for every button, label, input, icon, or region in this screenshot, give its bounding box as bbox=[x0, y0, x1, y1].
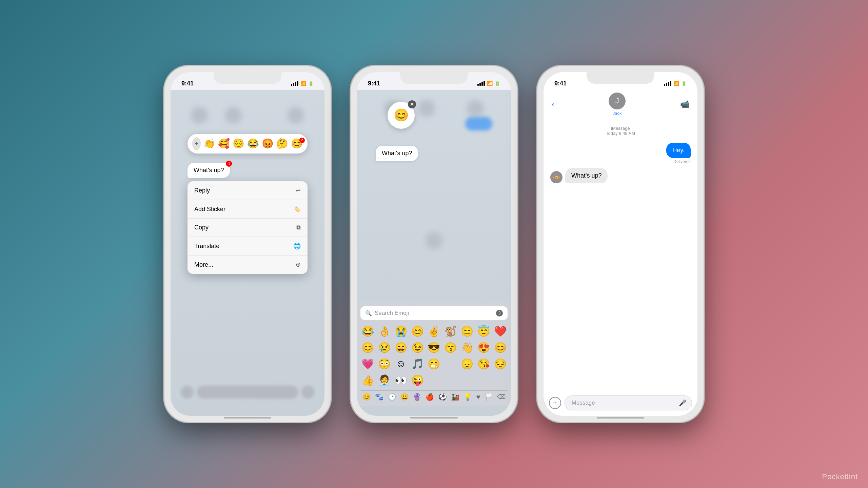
reaction-smile[interactable]: 😊2 bbox=[291, 139, 303, 148]
phone-2-screen: 9:41 📶 🔋 😊 ✕ bbox=[357, 72, 511, 416]
reaction-laugh[interactable]: 😂 bbox=[247, 139, 259, 148]
emoji-13[interactable]: 😉 bbox=[410, 340, 425, 354]
emoji-23[interactable]: 😁 bbox=[427, 357, 441, 371]
back-button[interactable]: ‹ bbox=[552, 100, 554, 109]
reaction-heart-eyes[interactable]: 🥰 bbox=[218, 139, 230, 148]
context-more[interactable]: More... ⊕ bbox=[188, 256, 308, 274]
cat-objects[interactable]: 💡 bbox=[463, 393, 472, 401]
emoji-19[interactable]: 💗 bbox=[360, 357, 375, 371]
emoji-28[interactable]: 👍 bbox=[360, 373, 375, 387]
emoji-14[interactable]: 😎 bbox=[427, 340, 441, 354]
emoji-30[interactable]: 👀 bbox=[394, 373, 408, 387]
reactions-bar[interactable]: + 👏 🥰 😔 😂 😡 🤔 😊2 bbox=[188, 134, 308, 154]
battery-icon-3: 🔋 bbox=[681, 81, 687, 86]
emoji-12[interactable]: 😄 bbox=[394, 340, 408, 354]
video-call-button[interactable]: 📹 bbox=[680, 100, 689, 109]
reaction-badge: 2 bbox=[299, 138, 305, 143]
emoji-9[interactable]: ❤️ bbox=[493, 324, 508, 338]
cat-smileys[interactable]: 😀 bbox=[400, 393, 409, 401]
wifi-icon-1: 📶 bbox=[300, 81, 306, 86]
emoji-search-badge: 3 bbox=[496, 310, 503, 317]
phone1-bg: + 👏 🥰 😔 😂 😡 🤔 😊2 What's up? 1 Reply ↩ bbox=[171, 90, 324, 416]
notch-2 bbox=[400, 72, 468, 84]
cat-recent[interactable]: 🕐 bbox=[388, 393, 396, 401]
cat-smiley[interactable]: 😊 bbox=[362, 393, 371, 401]
reaction-plus-btn[interactable]: + bbox=[192, 137, 201, 150]
cat-animals[interactable]: 🐾 bbox=[375, 393, 383, 401]
translate-icon: 🌐 bbox=[293, 242, 301, 250]
context-menu: Reply ↩ Add Sticker 🏷️ Copy ⧉ Translate … bbox=[188, 181, 308, 274]
context-translate[interactable]: Translate 🌐 bbox=[188, 237, 308, 256]
emoji-picker-close-btn[interactable]: ✕ bbox=[408, 100, 416, 108]
emoji-27[interactable]: 😔 bbox=[493, 357, 508, 371]
cat-activities[interactable]: 🔮 bbox=[413, 393, 421, 401]
emoji-10[interactable]: 😊 bbox=[360, 340, 375, 354]
emoji-floating-picker: 😊 ✕ bbox=[388, 102, 415, 129]
more-icon: ⊕ bbox=[296, 261, 301, 268]
blurred-avatar-3 bbox=[287, 107, 304, 124]
emoji-24[interactable] bbox=[443, 357, 458, 371]
context-reply-label: Reply bbox=[194, 187, 210, 194]
emoji-17[interactable]: 😍 bbox=[476, 340, 491, 354]
emoji-5[interactable]: ✌️ bbox=[427, 324, 441, 338]
contact-info[interactable]: J Jack bbox=[609, 93, 626, 116]
reaction-clap[interactable]: 👏 bbox=[203, 139, 215, 148]
emoji-26[interactable]: 😘 bbox=[476, 357, 491, 371]
delivered-status: Delivered bbox=[673, 159, 691, 164]
emoji-18[interactable]: 😊 bbox=[493, 340, 508, 354]
imessage-input-field[interactable]: iMessage 🎤 bbox=[565, 395, 692, 410]
emoji-search-bar[interactable]: 🔍 Search Emoji 3 bbox=[360, 306, 508, 320]
emoji-21[interactable]: ☺️ bbox=[394, 357, 408, 371]
emoji-20[interactable]: 😳 bbox=[377, 357, 392, 371]
emoji-29[interactable]: 🧑‍💼 bbox=[377, 373, 392, 387]
signal-icon-3 bbox=[664, 81, 671, 86]
emoji-3[interactable]: 😭 bbox=[394, 324, 408, 338]
context-copy[interactable]: Copy ⧉ bbox=[188, 219, 308, 237]
emoji-32[interactable] bbox=[427, 373, 441, 387]
battery-icon-1: 🔋 bbox=[308, 81, 314, 86]
cat-travel[interactable]: 🚂 bbox=[451, 393, 459, 401]
reaction-sad[interactable]: 😔 bbox=[233, 139, 244, 148]
input-plus-button[interactable]: + bbox=[549, 397, 561, 409]
battery-icon-2: 🔋 bbox=[495, 81, 500, 86]
reaction-think[interactable]: 🤔 bbox=[276, 139, 288, 148]
emoji-picker-bubble[interactable]: 😊 ✕ bbox=[388, 102, 415, 129]
received-bubble-wrapper: 🐵 What's up? bbox=[550, 168, 691, 183]
emoji-1[interactable]: 😂 bbox=[360, 324, 375, 338]
home-indicator-3 bbox=[597, 417, 644, 419]
time-3: 9:41 bbox=[554, 80, 567, 87]
contact-avatar: J bbox=[609, 93, 626, 109]
phone-3: 9:41 📶 🔋 ‹ J Jack 📹 bbox=[537, 66, 704, 422]
notch-3 bbox=[587, 72, 654, 84]
context-add-sticker[interactable]: Add Sticker 🏷️ bbox=[188, 200, 308, 219]
blurred-avatar-1 bbox=[191, 107, 208, 124]
blurred-input bbox=[197, 386, 298, 399]
emoji-22[interactable]: 🎵 bbox=[410, 357, 425, 371]
emoji-8[interactable]: 😇 bbox=[476, 324, 491, 338]
home-indicator-2 bbox=[410, 417, 458, 419]
emoji-4[interactable]: 😊 bbox=[410, 324, 425, 338]
phone-3-screen: 9:41 📶 🔋 ‹ J Jack 📹 bbox=[544, 72, 697, 416]
cat-food[interactable]: 🍎 bbox=[426, 393, 434, 401]
received-bubble: What's up? bbox=[565, 168, 608, 183]
emoji-search-placeholder: Search Emoji bbox=[375, 310, 493, 317]
emoji-31[interactable]: 😜 bbox=[410, 373, 425, 387]
reaction-angry[interactable]: 😡 bbox=[262, 139, 274, 148]
emoji-25[interactable]: 😞 bbox=[460, 357, 474, 371]
cat-symbols[interactable]: ♥️ bbox=[476, 393, 480, 401]
cat-delete[interactable]: ⌫ bbox=[497, 393, 506, 401]
emoji-11[interactable]: 😢 bbox=[377, 340, 392, 354]
signal-icon-2 bbox=[477, 81, 485, 86]
emoji-grid: 😂 👌 😭 😊 ✌️ 🐒 😑 😇 ❤️ 😊 😢 😄 😉 😎 😙 bbox=[360, 324, 508, 387]
time-1: 9:41 bbox=[181, 80, 194, 87]
emoji-15[interactable]: 😙 bbox=[443, 340, 458, 354]
context-reply[interactable]: Reply ↩ bbox=[188, 181, 308, 200]
mic-icon[interactable]: 🎤 bbox=[679, 399, 686, 407]
emoji-7[interactable]: 😑 bbox=[460, 324, 474, 338]
emoji-2[interactable]: 👌 bbox=[377, 324, 392, 338]
emoji-16[interactable]: 👋 bbox=[460, 340, 474, 354]
cat-sports[interactable]: ⚽ bbox=[438, 393, 447, 401]
emoji-6[interactable]: 🐒 bbox=[443, 324, 458, 338]
message-date: iMessage Today 8:49 AM bbox=[550, 126, 691, 136]
cat-flags[interactable]: 🏳️ bbox=[485, 393, 493, 401]
